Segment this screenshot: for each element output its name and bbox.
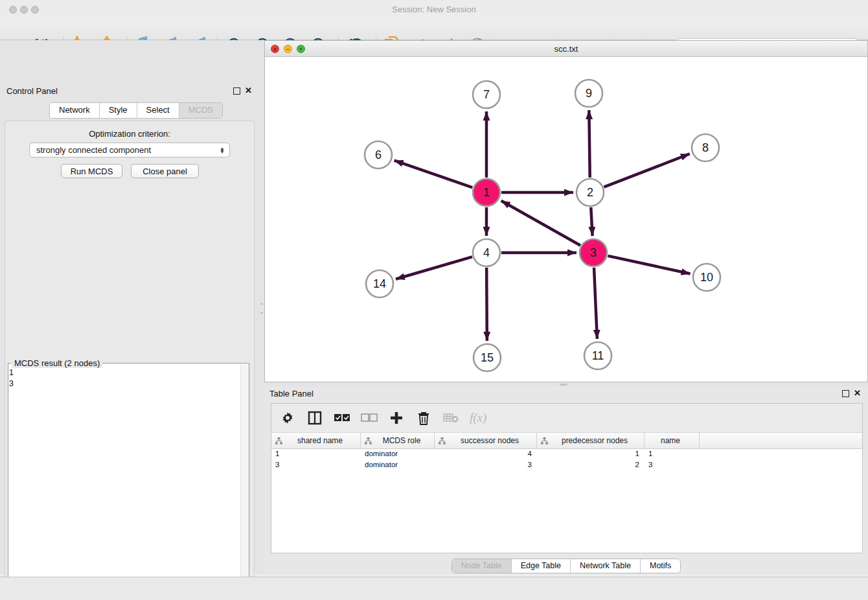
graph-edge-2-9[interactable] bbox=[589, 110, 589, 178]
graph-node-label: 11 bbox=[592, 349, 604, 362]
network-canvas[interactable]: 1234678910111415 bbox=[265, 57, 867, 382]
control-panel-tabs: Network Style Select MCDS bbox=[49, 102, 223, 119]
graph-edge-2-8[interactable] bbox=[604, 154, 689, 187]
graph-node-label: 8 bbox=[702, 141, 709, 154]
unselect-all-columns-icon[interactable] bbox=[361, 410, 378, 426]
hierarchy-icon bbox=[541, 437, 548, 444]
mcds-result-scrollbar[interactable] bbox=[240, 364, 249, 600]
table-cell[interactable]: dominator bbox=[361, 449, 435, 460]
graph-edge-4-14[interactable] bbox=[396, 257, 472, 279]
close-table-panel-icon[interactable]: ✕ bbox=[854, 389, 861, 398]
tab-network[interactable]: Network bbox=[50, 103, 100, 118]
graph-node-label: 3 bbox=[590, 246, 597, 259]
tab-node-table[interactable]: Node Table bbox=[452, 559, 512, 573]
mcds-result-list[interactable]: 1 3 bbox=[9, 367, 239, 600]
network-window-title: scc.txt bbox=[265, 44, 867, 54]
table-cell[interactable]: 1 bbox=[537, 449, 645, 460]
network-graph[interactable]: 1234678910111415 bbox=[265, 57, 867, 382]
title-bar: Session: New Session bbox=[0, 0, 868, 17]
table-tabbar: Node Table Edge Table Network Table Moti… bbox=[264, 559, 868, 573]
column-header[interactable]: successor nodes bbox=[435, 433, 537, 448]
table-toolbar: f(x) bbox=[271, 404, 862, 432]
function-builder-icon[interactable]: f(x) bbox=[470, 411, 486, 425]
hierarchy-icon bbox=[439, 437, 446, 444]
table-cell[interactable]: dominator bbox=[361, 460, 435, 471]
window-title: Session: New Session bbox=[0, 5, 868, 14]
graph-edge-3-10[interactable] bbox=[608, 256, 690, 274]
tab-edge-table[interactable]: Edge Table bbox=[512, 559, 571, 573]
dropdown-stepper-icon: ▲▼ bbox=[220, 147, 225, 154]
float-table-panel-icon[interactable] bbox=[842, 390, 849, 397]
column-header[interactable]: MCDS role bbox=[361, 433, 435, 448]
graph-node-label: 4 bbox=[483, 246, 490, 259]
close-panel-icon[interactable]: ✕ bbox=[245, 86, 252, 95]
vertical-splitter-handle[interactable] bbox=[260, 303, 263, 314]
tab-select[interactable]: Select bbox=[137, 103, 179, 118]
graph-node-label: 9 bbox=[586, 87, 592, 100]
network-window-titlebar[interactable]: x − + scc.txt bbox=[265, 41, 867, 57]
table-header-row: shared nameMCDS rolesuccessor nodesprede… bbox=[271, 432, 862, 449]
graph-node-label: 2 bbox=[587, 186, 593, 199]
horizontal-splitter-handle[interactable] bbox=[560, 384, 567, 386]
graph-node-label: 7 bbox=[483, 88, 490, 101]
node-table-body: 1dominator4113dominator323 bbox=[271, 449, 862, 471]
table-panel: Table Panel ✕ f(x) bbox=[264, 386, 868, 574]
criterion-dropdown[interactable]: strongly connected component ▲▼ bbox=[29, 143, 230, 157]
table-row[interactable]: 3dominator323 bbox=[271, 460, 862, 471]
column-header[interactable]: shared name bbox=[271, 433, 361, 448]
control-panel-title: Control Panel bbox=[6, 86, 58, 96]
delete-column-trash-icon[interactable] bbox=[415, 410, 432, 426]
table-cell[interactable]: 2 bbox=[537, 460, 645, 471]
tab-motifs[interactable]: Motifs bbox=[641, 559, 680, 573]
control-panel: Control Panel ✕ Network Style Select MCD… bbox=[0, 40, 259, 574]
graph-node-label: 10 bbox=[700, 271, 713, 284]
graph-node-label: 6 bbox=[375, 148, 382, 161]
table-cell[interactable]: 3 bbox=[645, 460, 700, 471]
table-cell[interactable]: 3 bbox=[271, 460, 361, 471]
table-panel-title: Table Panel bbox=[269, 389, 314, 398]
create-column-plus-icon[interactable] bbox=[388, 410, 405, 426]
table-row[interactable]: 1dominator411 bbox=[271, 449, 862, 460]
graph-edge-3-11[interactable] bbox=[594, 268, 597, 339]
delete-table-icon[interactable] bbox=[442, 410, 459, 426]
main-toolbar bbox=[0, 17, 868, 40]
column-header[interactable]: name bbox=[645, 433, 700, 448]
status-bar: Memory bbox=[0, 577, 868, 600]
tab-mcds[interactable]: MCDS bbox=[179, 103, 222, 118]
close-panel-button[interactable]: Close panel bbox=[131, 164, 199, 178]
graph-edge-3-1[interactable] bbox=[501, 201, 580, 246]
graph-node-label: 15 bbox=[481, 351, 494, 364]
column-header[interactable]: predecessor nodes bbox=[537, 433, 645, 448]
run-mcds-button[interactable]: Run MCDS bbox=[61, 164, 122, 178]
graph-node-label: 14 bbox=[373, 277, 386, 290]
optimization-criterion-label: Optimization criterion: bbox=[0, 129, 259, 139]
table-cell[interactable]: 3 bbox=[435, 460, 537, 471]
tab-style[interactable]: Style bbox=[100, 103, 137, 118]
mcds-result-title: MCDS result (2 nodes) bbox=[12, 358, 102, 368]
network-view-window: x − + scc.txt 1234678910111415 bbox=[264, 40, 868, 382]
graph-edge-1-6[interactable] bbox=[394, 161, 473, 188]
show-column-panel-icon[interactable] bbox=[306, 410, 323, 426]
graph-node-label: 1 bbox=[483, 186, 490, 199]
table-cell[interactable]: 1 bbox=[271, 449, 361, 460]
select-all-columns-icon[interactable] bbox=[334, 410, 350, 426]
criterion-value: strongly connected component bbox=[30, 145, 220, 155]
hierarchy-icon bbox=[365, 437, 372, 444]
float-panel-icon[interactable] bbox=[233, 87, 240, 95]
hierarchy-icon bbox=[275, 437, 282, 444]
node-table-container: f(x) shared nameMCDS rolesuccessor nodes… bbox=[271, 403, 863, 553]
graph-edge-2-3[interactable] bbox=[591, 207, 592, 236]
table-cell[interactable]: 1 bbox=[645, 449, 700, 460]
graph-edge-4-15[interactable] bbox=[486, 268, 487, 341]
table-cell[interactable]: 4 bbox=[435, 449, 537, 460]
tab-network-table[interactable]: Network Table bbox=[571, 559, 641, 573]
table-settings-gear-icon[interactable] bbox=[279, 410, 296, 426]
